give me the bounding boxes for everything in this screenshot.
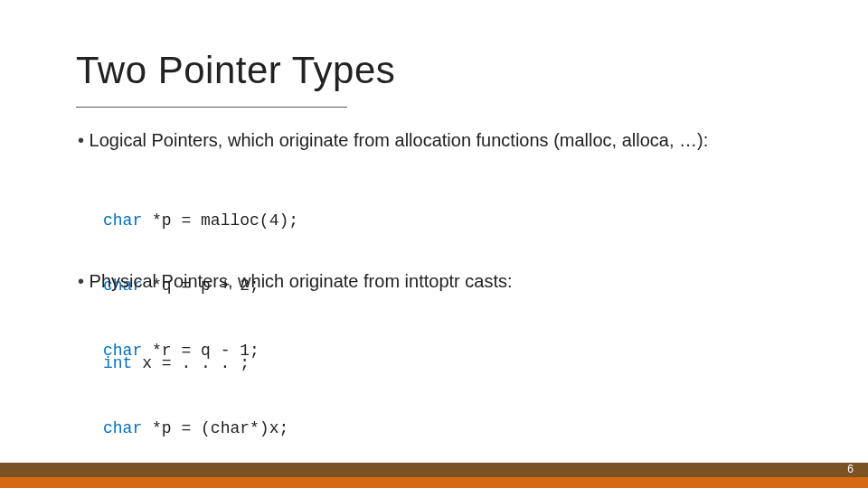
page-number: 6 xyxy=(847,463,854,475)
code-block-physical: int x = . . . ; char *p = (char*)x; char… xyxy=(103,309,288,488)
footer: 6 xyxy=(0,463,868,488)
code-text: *p = malloc(4); xyxy=(142,211,298,230)
code-line: char *p = (char*)x; xyxy=(103,418,288,439)
bullet-physical-pointers: Physical Pointers, which originate from … xyxy=(78,271,513,292)
code-line: int x = . . . ; xyxy=(103,352,288,374)
slide: Two Pointer Types Logical Pointers, whic… xyxy=(0,0,868,488)
slide-title: Two Pointer Types xyxy=(76,49,395,92)
footer-stripe-orange xyxy=(0,477,868,488)
keyword: char xyxy=(103,211,142,230)
keyword: char xyxy=(103,419,142,437)
title-underline xyxy=(76,107,347,108)
code-text: x = . . . ; xyxy=(132,354,250,372)
code-line: char *p = malloc(4); xyxy=(103,210,298,231)
keyword: int xyxy=(103,354,132,372)
code-text: *p = (char*)x; xyxy=(142,419,288,437)
bullet-logical-pointers: Logical Pointers, which originate from a… xyxy=(78,130,708,151)
